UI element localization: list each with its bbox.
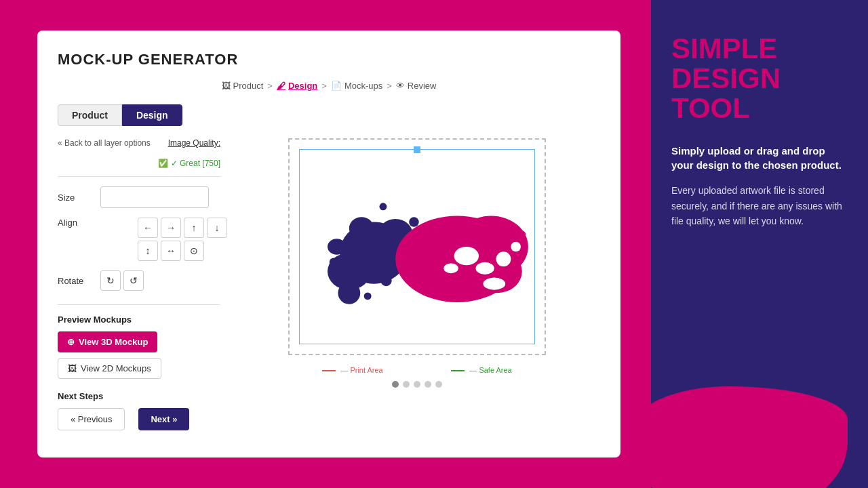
svg-point-9 bbox=[330, 258, 338, 266]
rotate-buttons: ↻ ↺ bbox=[100, 270, 144, 291]
rotate-label: Rotate bbox=[58, 276, 95, 286]
back-link[interactable]: « Back to all layer options bbox=[58, 138, 151, 148]
align-hcenter-btn[interactable]: ↔ bbox=[161, 241, 181, 261]
svg-point-23 bbox=[425, 224, 434, 232]
svg-point-24 bbox=[417, 235, 423, 241]
safe-area-label: — Safe Area bbox=[451, 366, 511, 374]
preview-mockups-title: Preview Mockups bbox=[58, 314, 220, 325]
nav-buttons: « Previous Next » bbox=[58, 408, 220, 430]
tab-group: Product Design bbox=[58, 104, 600, 126]
sep-2: > bbox=[321, 81, 327, 91]
align-buttons-group: ← → ↑ ↓ ↕ ↔ ⊙ bbox=[138, 218, 227, 261]
svg-point-26 bbox=[507, 278, 513, 284]
view-3d-button[interactable]: ⊕ View 3D Mockup bbox=[58, 331, 157, 352]
print-area-text: — Print Area bbox=[340, 366, 382, 374]
review-icon: 👁 bbox=[396, 81, 405, 91]
canvas-inner bbox=[299, 149, 535, 344]
view-3d-label: View 3D Mockup bbox=[79, 337, 148, 347]
dot-4[interactable] bbox=[425, 381, 431, 388]
align-top-btn[interactable]: ↑ bbox=[184, 218, 204, 238]
quality-value: ✓ Great [750] bbox=[171, 159, 220, 168]
sep-1: > bbox=[267, 81, 273, 91]
next-steps-title: Next Steps bbox=[58, 391, 220, 401]
artwork-svg bbox=[300, 150, 534, 344]
dot-2[interactable] bbox=[403, 381, 410, 388]
align-left-btn[interactable]: ← bbox=[138, 218, 158, 238]
next-button[interactable]: Next » bbox=[138, 408, 189, 430]
dot-1[interactable] bbox=[392, 381, 399, 388]
card: MOCK-UP GENERATOR 🖼 Product > 🖌 Design >… bbox=[37, 30, 620, 458]
resize-handle-top[interactable] bbox=[414, 146, 420, 153]
card-body: « Back to all layer options Image Qualit… bbox=[58, 138, 600, 430]
tab-design[interactable]: Design bbox=[122, 104, 182, 126]
sep-3: > bbox=[387, 81, 392, 91]
svg-point-19 bbox=[443, 264, 458, 274]
svg-point-4 bbox=[328, 239, 346, 255]
breadcrumb-step-mockups: 📄 Mock-ups bbox=[331, 81, 382, 91]
check-icon: ✅ bbox=[158, 159, 168, 168]
view-2d-button[interactable]: 🖼 View 2D Mockups bbox=[58, 358, 161, 379]
print-line bbox=[322, 370, 336, 371]
breadcrumb-mockups-label: Mock-ups bbox=[344, 81, 382, 91]
breadcrumb-design-label: Design bbox=[288, 81, 317, 91]
size-field-row: Size bbox=[58, 186, 220, 208]
align-vcenter-btn[interactable]: ↕ bbox=[138, 241, 158, 261]
right-sidebar: SIMPLEDESIGNTOOL Simply upload or drag a… bbox=[651, 0, 868, 488]
breadcrumb-product-label: Product bbox=[233, 81, 264, 91]
align-row-2: ↕ ↔ ⊙ bbox=[138, 241, 227, 261]
breadcrumb: 🖼 Product > 🖌 Design > 📄 Mock-ups > 👁 Re… bbox=[58, 81, 600, 91]
quality-status: ✅ ✓ Great [750] bbox=[158, 159, 220, 168]
dot-3[interactable] bbox=[414, 381, 420, 388]
svg-point-18 bbox=[476, 262, 494, 274]
svg-point-3 bbox=[349, 217, 374, 239]
align-center-btn[interactable]: ⊙ bbox=[184, 241, 204, 261]
svg-point-12 bbox=[379, 203, 387, 210]
image-quality-label: Image Quality: bbox=[158, 138, 220, 148]
rotate-ccw-btn[interactable]: ↺ bbox=[123, 270, 144, 291]
align-row-1: ← → ↑ ↓ bbox=[138, 218, 227, 238]
breadcrumb-review-label: Review bbox=[408, 81, 437, 91]
design-icon: 🖌 bbox=[277, 81, 285, 91]
align-bottom-btn[interactable]: ↓ bbox=[207, 218, 227, 238]
separator-1 bbox=[58, 176, 220, 177]
previous-button[interactable]: « Previous bbox=[58, 408, 125, 430]
view-2d-label: View 2D Mockups bbox=[81, 363, 151, 373]
svg-point-8 bbox=[409, 217, 419, 227]
size-input[interactable] bbox=[100, 186, 209, 208]
area-labels: — Print Area — Safe Area bbox=[288, 366, 546, 374]
rotate-cw-btn[interactable]: ↻ bbox=[100, 270, 121, 291]
svg-point-22 bbox=[483, 278, 505, 290]
sidebar-desc-bold: Simply upload or drag and drop your desi… bbox=[671, 144, 848, 172]
safe-area-text: — Safe Area bbox=[469, 366, 511, 374]
svg-point-6 bbox=[380, 275, 391, 286]
2d-icon: 🖼 bbox=[68, 363, 77, 373]
design-canvas bbox=[288, 138, 546, 355]
align-label: Align bbox=[58, 218, 95, 228]
rotate-row: Rotate ↻ ↺ bbox=[58, 270, 220, 291]
page-title: MOCK-UP GENERATOR bbox=[58, 51, 600, 68]
svg-point-20 bbox=[496, 251, 511, 266]
image-quality-block: Image Quality: ✅ ✓ Great [750] bbox=[158, 138, 220, 168]
svg-point-17 bbox=[454, 247, 479, 265]
align-row: Align ← → ↑ ↓ ↕ ↔ ⊙ bbox=[58, 218, 220, 261]
canvas-area: — Print Area — Safe Area bbox=[234, 138, 600, 430]
product-icon: 🖼 bbox=[222, 81, 231, 91]
breadcrumb-step-product: 🖼 Product bbox=[222, 81, 264, 91]
svg-point-25 bbox=[518, 230, 526, 238]
sidebar-headline: SIMPLEDESIGNTOOL bbox=[671, 34, 848, 123]
svg-point-7 bbox=[338, 282, 360, 304]
separator-2 bbox=[58, 304, 220, 305]
svg-point-10 bbox=[364, 292, 372, 300]
sidebar-desc: Every uploaded artwork file is stored se… bbox=[671, 183, 848, 228]
breadcrumb-step-review: 👁 Review bbox=[396, 81, 437, 91]
svg-point-21 bbox=[511, 242, 521, 252]
back-quality-row: « Back to all layer options Image Qualit… bbox=[58, 138, 220, 168]
carousel-dots bbox=[392, 381, 442, 388]
main-area: MOCK-UP GENERATOR 🖼 Product > 🖌 Design >… bbox=[0, 0, 651, 488]
dot-5[interactable] bbox=[435, 381, 442, 388]
safe-line bbox=[451, 370, 465, 371]
mockups-icon: 📄 bbox=[331, 81, 342, 91]
align-right-btn[interactable]: → bbox=[161, 218, 181, 238]
3d-icon: ⊕ bbox=[67, 337, 75, 347]
tab-product[interactable]: Product bbox=[58, 104, 122, 126]
